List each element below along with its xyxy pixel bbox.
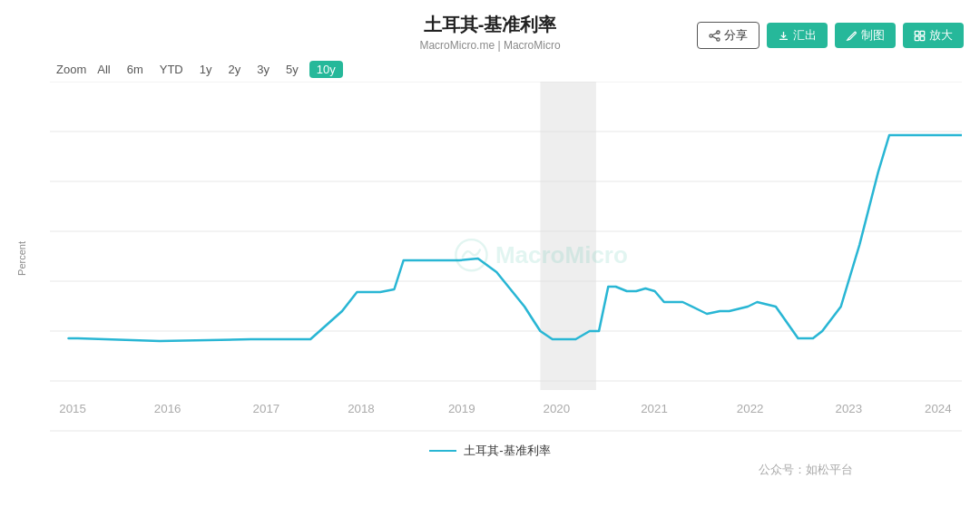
zoom-button[interactable]: 放大 bbox=[903, 23, 964, 48]
svg-text:2023: 2023 bbox=[836, 402, 863, 415]
svg-line-4 bbox=[712, 33, 717, 34]
zoom-ytd[interactable]: YTD bbox=[154, 61, 189, 78]
export-label: 汇出 bbox=[793, 27, 817, 44]
svg-rect-36 bbox=[540, 82, 596, 390]
zoom-3y[interactable]: 3y bbox=[251, 61, 275, 78]
legend-label: 土耳其-基准利率 bbox=[464, 443, 550, 459]
svg-rect-8 bbox=[915, 36, 919, 41]
svg-text:2024: 2024 bbox=[925, 402, 952, 415]
svg-rect-7 bbox=[920, 31, 925, 35]
svg-point-2 bbox=[717, 37, 720, 40]
svg-rect-6 bbox=[915, 31, 919, 35]
wechat-watermark: 公众号：如松平台 bbox=[759, 462, 853, 478]
draw-button[interactable]: 制图 bbox=[835, 23, 896, 48]
export-button[interactable]: 汇出 bbox=[767, 23, 828, 48]
zoom-all[interactable]: All bbox=[92, 61, 115, 78]
zoom-2y[interactable]: 2y bbox=[222, 61, 246, 78]
zoom-label-text: Zoom bbox=[56, 63, 86, 76]
legend-line-icon bbox=[429, 450, 456, 452]
zoom-bar: Zoom All 6m YTD 1y 2y 3y 5y 10y bbox=[56, 61, 980, 78]
chart-svg: 60 50 40 30 20 10 0 2015 2016 2017 2018 … bbox=[50, 82, 962, 435]
zoom-label: 放大 bbox=[929, 27, 953, 44]
zoom-10y[interactable]: 10y bbox=[309, 61, 343, 78]
svg-text:2016: 2016 bbox=[154, 402, 181, 415]
svg-line-3 bbox=[712, 36, 717, 38]
svg-text:2018: 2018 bbox=[348, 402, 375, 415]
share-button[interactable]: 分享 bbox=[697, 22, 760, 49]
main-container: 分享 汇出 制图 放大 土耳其-基准利率 MacroMicro.m bbox=[0, 13, 980, 527]
zoom-5y[interactable]: 5y bbox=[280, 61, 304, 78]
svg-text:2015: 2015 bbox=[59, 402, 86, 415]
legend: 土耳其-基准利率 bbox=[0, 443, 980, 459]
share-label: 分享 bbox=[724, 27, 748, 44]
svg-text:2022: 2022 bbox=[737, 402, 764, 415]
svg-rect-9 bbox=[920, 36, 925, 41]
chart-area: Percent MacroMicro 60 50 40 30 20 bbox=[50, 82, 962, 435]
svg-text:2017: 2017 bbox=[253, 402, 280, 415]
svg-text:2019: 2019 bbox=[448, 402, 475, 415]
y-axis-label: Percent bbox=[16, 241, 27, 276]
draw-label: 制图 bbox=[861, 27, 885, 44]
zoom-6m[interactable]: 6m bbox=[122, 61, 149, 78]
svg-text:2021: 2021 bbox=[641, 402, 668, 415]
svg-text:2020: 2020 bbox=[544, 402, 571, 415]
svg-point-0 bbox=[717, 30, 720, 33]
toolbar: 分享 汇出 制图 放大 bbox=[697, 22, 964, 49]
svg-point-1 bbox=[710, 34, 712, 36]
zoom-1y[interactable]: 1y bbox=[194, 61, 218, 78]
svg-rect-5 bbox=[779, 38, 788, 39]
